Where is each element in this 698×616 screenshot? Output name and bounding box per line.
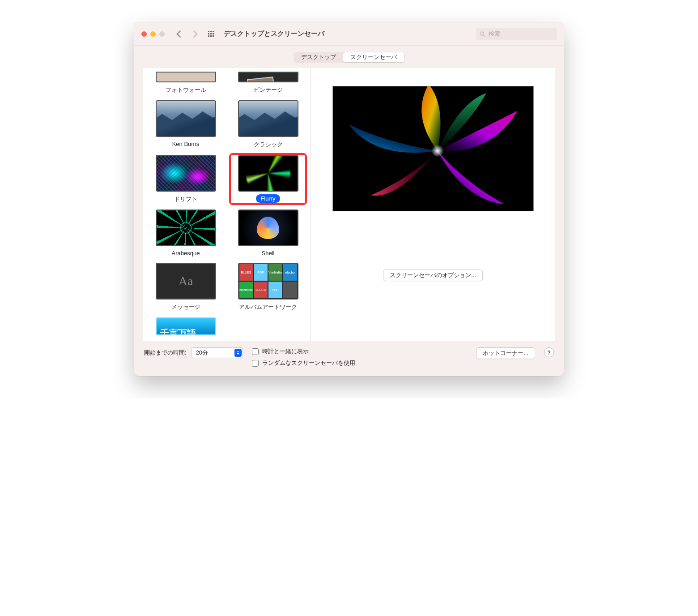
saver-item-shell[interactable]: Shell [229,208,307,258]
saver-item-drift[interactable]: ドリフト [147,153,225,205]
saver-label: アルバムアートワーク [234,302,302,312]
window-title: デスクトップとスクリーンセーバ [224,30,472,38]
screensaver-preview[interactable] [332,86,534,211]
thumbnail [156,317,216,335]
saver-label: ドリフト [170,194,202,204]
svg-rect-2 [213,31,214,32]
show-clock-input[interactable] [252,348,259,355]
svg-point-9 [481,32,484,35]
svg-rect-5 [213,33,214,34]
saver-label: Shell [257,249,279,257]
screensaver-options-button[interactable]: スクリーンセーバのオプション... [383,270,483,281]
screensaver-list[interactable]: フォトウォール ビンテージ Ken Burns クラシック ドリフト [143,68,311,341]
search-icon [480,31,485,37]
content-panel: フォトウォール ビンテージ Ken Burns クラシック ドリフト [143,68,555,341]
saver-item-photowall[interactable]: フォトウォール [147,70,225,96]
forward-button [189,28,201,40]
svg-rect-6 [208,35,209,37]
tab-desktop[interactable]: デスクトップ [294,52,343,62]
saver-item-arabesque[interactable]: Arabesque [147,208,225,258]
titlebar: デスクトップとスクリーンセーバ [134,22,564,46]
thumbnail [238,210,298,246]
saver-item-kenburns[interactable]: Ken Burns [147,98,225,150]
thumbnail [238,100,298,137]
svg-rect-8 [213,35,214,37]
grid-icon [208,30,215,38]
start-after-label: 開始までの時間: [144,349,187,357]
flurry-preview-art [333,86,533,211]
search-field[interactable] [476,28,557,40]
show-clock-label: 時計と一緒に表示 [262,347,309,355]
show-clock-checkbox[interactable]: 時計と一緒に表示 [252,347,468,355]
bottom-bar: 開始までの時間: 20分 時計と一緒に表示 ランダムなスクリーンセーバを使用 ホ… [134,341,564,376]
svg-point-12 [431,145,444,157]
thumbnail [156,100,216,137]
saver-label: Flurry [256,194,280,203]
zoom-button [159,31,165,37]
show-all-button[interactable] [205,28,217,40]
tab-screensaver[interactable]: スクリーンセーバ [343,52,404,62]
random-saver-checkbox[interactable]: ランダムなスクリーンセーバを使用 [252,359,468,367]
saver-label: Arabesque [167,249,204,257]
random-saver-input[interactable] [252,360,259,367]
thumbnail [156,210,216,246]
svg-rect-3 [208,33,209,34]
start-after-control: 開始までの時間: 20分 [144,347,243,358]
saver-item-album[interactable]: BLUESPOPAlterNativeelectro electronicBLU… [229,261,307,313]
thumbnail [238,72,298,82]
close-button[interactable] [141,31,147,37]
random-saver-label: ランダムなスクリーンセーバを使用 [262,359,355,367]
start-after-value: 20分 [196,349,208,357]
preview-pane: スクリーンセーバのオプション... [311,68,555,341]
minimize-button[interactable] [150,31,156,37]
help-button[interactable]: ? [544,347,554,357]
start-after-select[interactable]: 20分 [191,347,243,358]
back-button[interactable] [173,28,185,40]
svg-rect-4 [210,33,212,34]
thumbnail [156,72,216,82]
tab-bar: デスクトップ スクリーンセーバ [134,46,564,65]
tab-segmented-control: デスクトップ スクリーンセーバ [294,52,404,63]
saver-label: フォトウォール [161,85,211,95]
preferences-window: デスクトップとスクリーンセーバ デスクトップ スクリーンセーバ フォトウォール … [134,22,564,376]
saver-item-flurry[interactable]: Flurry [229,153,307,205]
svg-rect-1 [210,31,212,32]
hot-corners-button[interactable]: ホットコーナー... [476,347,535,359]
search-input[interactable] [488,30,553,38]
traffic-lights [141,31,165,37]
saver-item-vintage[interactable]: ビンテージ [229,70,307,96]
saver-label: ビンテージ [249,85,287,95]
saver-item-classic[interactable]: クラシック [229,98,307,150]
thumbnail [156,263,216,299]
saver-label: Ken Burns [168,140,204,148]
chevron-left-icon [175,30,183,38]
svg-rect-0 [208,31,209,32]
saver-label: クラシック [249,140,287,150]
stepper-arrows-icon [234,349,242,357]
svg-rect-7 [210,35,212,37]
saver-item-message[interactable]: メッセージ [147,261,225,313]
thumbnail: BLUESPOPAlterNativeelectro electronicBLU… [238,263,298,299]
saver-item-wordoftheday[interactable] [147,316,225,336]
thumbnail [238,155,298,192]
chevron-right-icon [192,30,199,38]
saver-label: メッセージ [167,302,205,312]
checkbox-group: 時計と一緒に表示 ランダムなスクリーンセーバを使用 [252,347,468,367]
thumbnail [156,155,216,192]
svg-line-10 [484,35,485,36]
